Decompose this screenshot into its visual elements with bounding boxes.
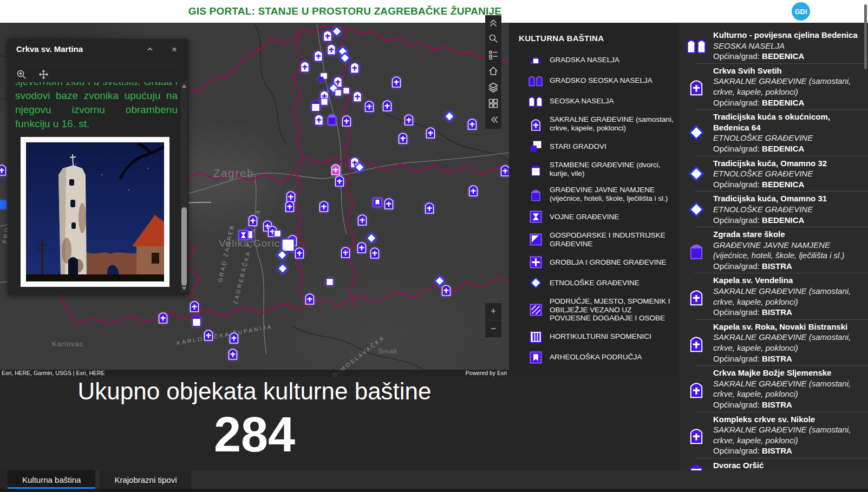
legend-button[interactable] [485,48,501,64]
map-marker-church-white[interactable] [325,42,337,55]
map-marker-church[interactable] [425,125,436,139]
map-marker-church[interactable] [247,213,259,226]
scroll-down-icon[interactable] [182,287,186,290]
map-marker-church-white[interactable] [351,89,363,102]
layers-button[interactable] [485,80,501,96]
map-marker-javne[interactable] [326,112,338,126]
map-marker-church-white[interactable] [313,112,325,126]
feature-list-item[interactable]: Zgrada stare škole GRAĐEVINE JAVNE NAMJE… [695,227,868,273]
map-marker-diamond[interactable] [331,25,343,37]
map-marker-square-white[interactable] [335,89,342,96]
map-marker-diamond[interactable] [354,161,366,173]
map-marker-church[interactable] [284,199,296,212]
sakralne-gradevine-icon [680,425,713,444]
popup-collapse-button[interactable] [146,45,154,55]
feature-list-item[interactable]: Crkva Svih Svetih SAKRALNE GRAĐEVINE (sa… [695,63,868,109]
map-marker-church[interactable] [403,112,415,126]
map-marker-diamond[interactable] [276,249,288,261]
map-marker-diamond[interactable] [277,263,289,274]
map-marker-church[interactable] [499,163,509,176]
popup-photo[interactable] [21,137,169,287]
map-marker-church[interactable] [227,346,239,360]
map-marker-church[interactable] [188,299,200,312]
map-marker-church[interactable] [466,116,478,130]
map-marker-stambene[interactable] [191,313,203,327]
pan-to-icon[interactable] [38,69,49,82]
map-marker-church-white[interactable] [299,59,311,73]
map-marker-church[interactable] [293,245,305,259]
feature-list-item[interactable]: Kompleks crkve sv. Nikole SAKRALNE GRAĐE… [695,412,868,458]
feature-list-item[interactable]: Kapela sv. Roka, Novaki Bistranski SAKRA… [695,319,868,365]
zoom-in-button[interactable]: + [485,303,501,320]
map-marker-blue-area[interactable] [0,200,6,209]
map-marker-church[interactable] [363,99,375,112]
collapse-panel-button[interactable] [485,15,501,31]
home-icon [488,65,499,78]
map-marker-square-white[interactable] [326,278,334,286]
feature-list-item[interactable]: Dvorac Oršić STAMBENE GRAĐEVINE (dvorci, [695,458,868,470]
popup-scrollbar-thumb[interactable] [181,207,187,286]
etnoloske-gradevine-icon [680,201,713,218]
close-icon: × [172,44,177,55]
feature-list-item[interactable]: Tradicijska kuća, Omamno 31 ETNOLOŠKE GR… [695,191,868,227]
feature-list-item[interactable]: Kapela sv. Vendelina SAKRALNE GRAĐEVINE … [695,273,868,319]
feature-list-item[interactable]: Tradicijska kuća s okućnicom, Bedenica 6… [695,109,868,155]
zoom-out-button[interactable]: − [485,320,501,337]
map-marker-church[interactable] [467,183,479,196]
map-marker-church[interactable] [318,199,330,212]
feature-list-item[interactable]: Tradicijska kuća, Omamno 32 ETNOLOŠKE GR… [695,156,868,192]
map-marker-church[interactable] [0,162,8,176]
map-marker-square-white[interactable] [274,230,281,237]
map-marker-square-white[interactable] [343,87,350,94]
feature-list-item[interactable]: Kulturno - povijesna cjelina Bedenica SE… [680,28,868,63]
map-marker-diamond[interactable] [366,232,377,244]
map-marker-square-white[interactable] [321,98,328,106]
map-marker-church[interactable] [340,245,351,258]
legend-item-stambene-gradevine: STAMBENE GRAĐEVINE (dvorci, kurije, vile… [528,161,674,178]
map-marker-stambene[interactable] [310,99,322,112]
map-marker-church[interactable] [228,330,240,344]
map-marker-vojne[interactable] [238,230,249,240]
legend-item-label: GROBLJA I GROBNE GRAĐEVINE [550,258,666,267]
zoom-to-icon[interactable] [16,69,27,82]
map-marker-church-white[interactable] [312,48,324,62]
feature-category: SAKRALNE GRAĐEVINE (samostani, crkve, ka… [713,332,859,353]
feature-category: SAKRALNE GRAĐEVINE (samostani, crkve, ka… [713,378,859,399]
map-marker-church[interactable] [440,283,452,296]
feature-list-item[interactable]: Crkva Majke Božje Sljemenske SAKRALNE GR… [695,365,868,411]
gradska-naselja-icon [528,54,543,66]
map-marker-church[interactable] [381,98,393,111]
search-button[interactable] [485,31,501,48]
map-marker-arheo[interactable] [373,198,382,207]
scroll-up-icon[interactable] [182,84,186,88]
map-marker-diamond[interactable] [443,110,455,122]
map-marker-church[interactable] [423,200,435,214]
map-marker-church[interactable] [397,130,409,144]
tab-kulturna-bastina[interactable]: Kulturna baština [8,470,95,489]
map-marker-church[interactable] [341,113,353,127]
etnoloske-gradevine-icon [528,277,543,289]
legend-item-label: HORTIKULTURNI SPOMENICI [550,332,651,341]
map-marker-church[interactable] [383,196,395,209]
powered-by-esri-link[interactable]: Powered by Esri [466,370,507,377]
map-marker-church[interactable] [390,74,402,88]
feature-category: SAKRALNE GRAĐEVINE (samostani, crkve, ka… [713,286,859,307]
results-scrollbar-thumb[interactable] [864,4,867,69]
map-marker-stari[interactable] [318,73,328,82]
legend-item-label: GOSPODARSKE I INDUSTRIJSKE GRAĐEVINE [550,231,674,248]
home-button[interactable] [485,64,501,80]
legend-item-label: ETNOLOŠKE GRAĐEVINE [550,279,639,287]
tab-krajobrazni-tipovi[interactable]: Krajobrazni tipovi [100,470,191,489]
popup-close-button[interactable]: × [172,45,177,54]
feature-municipality: Općina/grad: BISTRA [713,261,859,272]
feature-title: Crkva Majke Božje Sljemenske [713,368,859,378]
map-marker-church[interactable] [157,310,169,324]
basemap-gallery-button[interactable] [485,96,501,113]
map-marker-church-selected[interactable] [330,162,342,175]
map-marker-church[interactable] [369,245,381,259]
collapse-right-button[interactable] [485,113,501,129]
map-marker-church-white[interactable] [349,60,361,74]
map-marker-church[interactable] [203,327,214,341]
map-marker-church[interactable] [304,291,316,305]
map-marker-church[interactable] [356,212,368,226]
